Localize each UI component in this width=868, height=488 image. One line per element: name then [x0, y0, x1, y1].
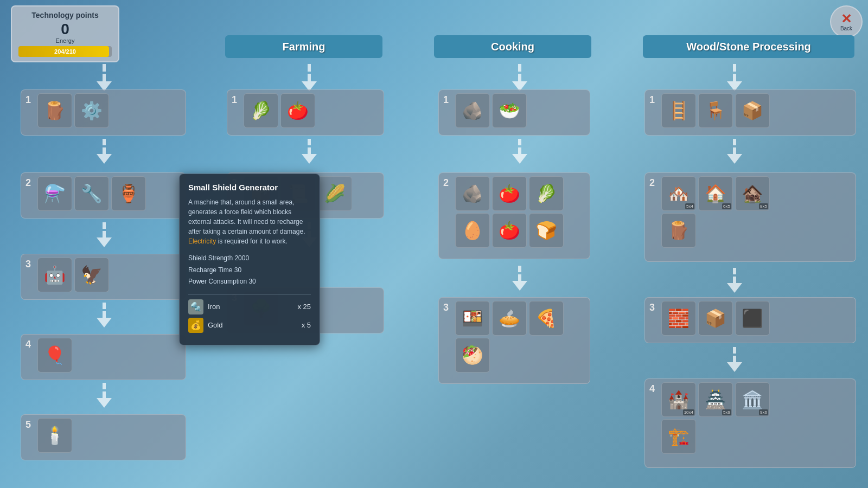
- resource-name-iron: Iron: [208, 303, 297, 311]
- farming-arrow-2: [302, 139, 317, 164]
- tooltip-resource-gold: 💰 Gold x 5: [188, 318, 311, 333]
- cooking-tier2-items: 🪨 🍅 🥬 🥚 🍅 🍞: [455, 176, 564, 248]
- tech-points-title: Technology points: [18, 11, 112, 20]
- item-slot[interactable]: 🤖: [37, 258, 72, 292]
- item-slot-pot[interactable]: 🪨: [455, 93, 490, 128]
- back-label: Back: [840, 25, 852, 31]
- col1-tier4: 4 🎈: [21, 334, 186, 380]
- tooltip-resource-iron: 🔩 Iron x 25: [188, 299, 311, 314]
- item-slot[interactable]: 🏗️: [661, 419, 696, 454]
- item-slot[interactable]: 🥬: [529, 176, 564, 211]
- col1-arrow-3: [97, 222, 112, 247]
- resource-count-iron: x 25: [297, 303, 311, 311]
- tier-2-label: 2: [25, 177, 34, 189]
- gold-icon: 💰: [188, 318, 203, 333]
- item-slot[interactable]: 🧱: [661, 301, 696, 336]
- item-slot[interactable]: 🔧: [74, 176, 109, 211]
- item-slot[interactable]: 🥚: [455, 213, 490, 248]
- item-slot[interactable]: ⚗️: [37, 176, 72, 211]
- woodstone-tier4: 4 🏰 10x4 🏯 5x9 🏛️ 9x6 🏗️: [644, 378, 856, 468]
- close-icon: ✕: [841, 12, 852, 25]
- cooking-tier-2-label: 2: [443, 177, 452, 189]
- item-slot[interactable]: 🪜: [661, 93, 696, 128]
- tech-points-panel: Technology points 0 Energy 204/210: [11, 5, 119, 62]
- woodstone-tier4-items: 🏰 10x4 🏯 5x9 🏛️ 9x6 🏗️: [661, 382, 770, 454]
- cooking-tier3-items: 🍱 🥧 🍕 🥙: [455, 301, 564, 373]
- resource-name-gold: Gold: [208, 321, 302, 329]
- cooking-tier-1-label: 1: [443, 94, 452, 106]
- col1-tier2-items: ⚗️ 🔧 🏺: [37, 176, 146, 211]
- item-slot[interactable]: 🥙: [455, 338, 490, 373]
- item-slot[interactable]: 📦: [735, 93, 770, 128]
- col1-tier2: 2 ⚗️ 🔧 🏺: [21, 172, 186, 219]
- woodstone-tier1: 1 🪜 🪑 📦: [644, 89, 856, 136]
- woodstone-tier2: 2 🏘️ 5x4 🏠 6x5 🏚️ 8x5 🪵: [644, 172, 856, 262]
- col1-tier1-items: 🪵 ⚙️: [37, 93, 109, 128]
- resource-count-gold: x 5: [302, 321, 311, 329]
- cooking-tier2: 2 🪨 🍅 🥬 🥚 🍅 🍞: [438, 172, 590, 259]
- woodstone-tier-4-label: 4: [649, 383, 658, 395]
- item-slot[interactable]: 🪵: [37, 93, 72, 128]
- item-slot[interactable]: 🏛️ 9x6: [735, 382, 770, 417]
- tooltip-title: Small Shield Generator: [188, 183, 311, 192]
- item-slot[interactable]: 🍅: [492, 213, 527, 248]
- tooltip-description: A machine that, around a small area, gen…: [188, 197, 311, 246]
- item-slot[interactable]: 📦: [698, 301, 733, 336]
- woodstone-tier2-items: 🏘️ 5x4 🏠 6x5 🏚️ 8x5 🪵: [661, 176, 770, 248]
- woodstone-arrow-1: [727, 64, 742, 91]
- item-slot[interactable]: 🏘️ 5x4: [661, 176, 696, 211]
- item-slot[interactable]: 🪨: [455, 176, 490, 211]
- farming-tier1-items: 🥬 🍅: [244, 93, 315, 128]
- col1-tier3: 3 🤖 🦅: [21, 254, 186, 300]
- item-slot[interactable]: 🎈: [37, 338, 72, 373]
- col1-arrow-1: [97, 64, 112, 91]
- tier-5-label: 5: [25, 419, 34, 431]
- item-slot[interactable]: 🏚️ 8x5: [735, 176, 770, 211]
- cooking-tier1: 1 🪨 🥗: [438, 89, 590, 136]
- back-button[interactable]: ✕ Back: [830, 5, 863, 38]
- tooltip-stats: Shield Strength 2000 Recharge Time 30 Po…: [188, 253, 311, 288]
- energy-bar: 204/210: [18, 46, 112, 57]
- item-slot[interactable]: 🏠 6x5: [698, 176, 733, 211]
- tech-points-value: 0: [18, 22, 112, 37]
- item-slot[interactable]: 🥧: [492, 301, 527, 336]
- item-slot[interactable]: 🏯 5x9: [698, 382, 733, 417]
- woodstone-tier-1-label: 1: [649, 94, 658, 106]
- tier-3-label: 3: [25, 259, 34, 270]
- tooltip-highlight: Electricity: [188, 237, 216, 245]
- iron-icon: 🔩: [188, 299, 203, 314]
- tooltip-divider: [188, 294, 311, 295]
- item-slot[interactable]: 🍱: [455, 301, 490, 336]
- item-slot-tomato[interactable]: 🍅: [280, 93, 315, 128]
- item-slot[interactable]: 🍞: [529, 213, 564, 248]
- item-slot[interactable]: ⬛: [735, 301, 770, 336]
- woodstone-tier3: 3 🧱 📦 ⬛: [644, 297, 856, 343]
- col1-arrow-2: [97, 139, 112, 164]
- woodstone-arrow-3: [727, 268, 742, 293]
- energy-label: Energy: [18, 37, 112, 44]
- farming-tier-1-label: 1: [232, 94, 240, 106]
- col1-tier5-items: 🕯️: [37, 418, 72, 453]
- woodstone-tier1-items: 🪜 🪑 📦: [661, 93, 770, 128]
- energy-text: 204/210: [54, 48, 76, 55]
- item-slot-cabbage[interactable]: 🥬: [244, 93, 278, 128]
- cooking-tier1-items: 🪨 🥗: [455, 93, 527, 128]
- column-header-farming: Farming: [225, 35, 382, 58]
- cooking-arrow-3: [512, 266, 527, 291]
- item-slot[interactable]: 🕯️: [37, 418, 72, 453]
- item-slot[interactable]: 🏺: [111, 176, 146, 211]
- item-slot[interactable]: 🍕: [529, 301, 564, 336]
- cooking-tier-3-label: 3: [443, 302, 452, 313]
- item-slot[interactable]: 🪵: [661, 213, 696, 248]
- item-tooltip: Small Shield Generator A machine that, a…: [179, 174, 320, 345]
- tier-4-label: 4: [25, 339, 34, 350]
- item-slot-bowl[interactable]: 🥗: [492, 93, 527, 128]
- col1-arrow-4: [97, 303, 112, 328]
- item-slot-corn[interactable]: 🌽: [317, 176, 352, 211]
- item-slot[interactable]: 🍅: [492, 176, 527, 211]
- item-slot[interactable]: 🦅: [74, 258, 109, 292]
- item-slot[interactable]: 🏰 10x4: [661, 382, 696, 417]
- item-slot[interactable]: 🪑: [698, 93, 733, 128]
- farming-arrow-1: [302, 64, 317, 91]
- item-slot[interactable]: ⚙️: [74, 93, 109, 128]
